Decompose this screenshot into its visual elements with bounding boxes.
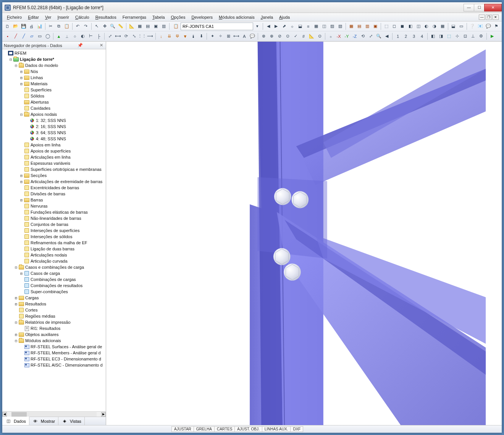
tree-seccoes[interactable]: ⊞Secções bbox=[18, 172, 106, 179]
nav-next-icon[interactable]: ▶ bbox=[273, 23, 280, 30]
zoom-window-icon[interactable]: 🔍 bbox=[375, 32, 383, 40]
status-linhas-aux[interactable]: LINHAS AUX. bbox=[262, 426, 291, 432]
help-icon[interactable]: ❔ bbox=[468, 23, 476, 30]
load-nodal-icon[interactable]: ↓ bbox=[157, 32, 165, 40]
measure2-icon[interactable]: 📐 bbox=[308, 32, 315, 40]
tree[interactable]: RFEM ⊟Ligação de torre* ⊟Dados do modelo… bbox=[2, 49, 106, 411]
menu-modulos[interactable]: Módulos adicionais bbox=[216, 14, 258, 20]
solid-icon[interactable]: ◻ bbox=[391, 23, 398, 30]
tree-nao-lin[interactable]: Não-linearidades de barras bbox=[18, 215, 106, 221]
cs-icon[interactable]: ✦ bbox=[208, 32, 216, 40]
save-file-icon[interactable]: 💾 bbox=[20, 23, 27, 30]
loadcase-combo[interactable] bbox=[181, 23, 253, 30]
status-ajust-obj[interactable]: AJUST. OBJ. bbox=[234, 426, 262, 432]
tree-materiais[interactable]: ⊞Materiais bbox=[18, 81, 106, 87]
calculate-icon[interactable]: 📐 bbox=[128, 23, 136, 30]
visibility-icon[interactable]: ▦ bbox=[347, 23, 355, 30]
grid2-icon[interactable]: ⊞ bbox=[225, 32, 232, 40]
minimize-button[interactable]: — bbox=[464, 4, 474, 11]
tree-obj-aux[interactable]: ⊞Objetos auxiliares bbox=[13, 331, 106, 338]
opening-icon[interactable]: ◯ bbox=[44, 32, 52, 40]
results-icon[interactable]: ▦ bbox=[136, 23, 144, 30]
tree-ri1[interactable]: RI1: Resultados bbox=[18, 325, 106, 331]
view-x-icon[interactable]: -X bbox=[335, 32, 342, 40]
extend-icon[interactable]: ⟶ bbox=[146, 32, 154, 40]
cube-icon[interactable]: ◫ bbox=[415, 23, 422, 30]
support-line-icon[interactable]: ⟂ bbox=[63, 32, 71, 40]
display-tables-icon[interactable]: ▭ bbox=[457, 23, 465, 30]
menu-opcoes[interactable]: Opções bbox=[168, 14, 189, 20]
node-icon[interactable]: • bbox=[4, 32, 11, 40]
model-viewport[interactable]: x y z bbox=[106, 42, 502, 425]
clip-plane-icon[interactable]: ▣ bbox=[372, 23, 379, 30]
load-member-icon[interactable]: ⟱ bbox=[173, 32, 181, 40]
options-icon[interactable]: ⚙ bbox=[477, 32, 485, 40]
split-icon[interactable]: ⊘ bbox=[276, 32, 283, 40]
comment-icon[interactable]: 💬 bbox=[249, 32, 256, 40]
check-icon[interactable]: ✓ bbox=[292, 32, 299, 40]
menu-tabela[interactable]: Tabela bbox=[149, 14, 168, 20]
pin-icon[interactable]: 📌 bbox=[76, 43, 84, 48]
contour-icon[interactable]: ◫ bbox=[320, 23, 328, 30]
tree-aberturas[interactable]: Aberturas bbox=[18, 99, 106, 105]
tree-root[interactable]: RFEM bbox=[2, 50, 106, 56]
hide-icon[interactable]: ▤ bbox=[355, 23, 363, 30]
boolean-icon[interactable]: ⊕ bbox=[268, 32, 275, 40]
division-icon[interactable]: ├ bbox=[95, 32, 103, 40]
array-icon[interactable]: ⋮⋮ bbox=[138, 32, 146, 40]
merge-icon[interactable]: ⊙ bbox=[284, 32, 291, 40]
forum-icon[interactable]: 💬 bbox=[485, 23, 492, 30]
hinge-icon[interactable]: ○ bbox=[71, 32, 79, 40]
tree-sup-orto[interactable]: Superfícies ortotrópicas e membranas bbox=[18, 166, 106, 172]
cylinder-icon[interactable]: ◑ bbox=[431, 23, 438, 30]
menu-inserir[interactable]: Inserir bbox=[54, 14, 72, 20]
tab-vistas[interactable]: ◈Vistas bbox=[58, 417, 85, 425]
snap-icon[interactable]: ⊡ bbox=[461, 32, 469, 40]
tab-mostrar[interactable]: 👁Mostrar bbox=[29, 417, 58, 425]
mdi-minimize-button[interactable]: — bbox=[479, 15, 485, 20]
paste-icon[interactable]: 📋 bbox=[63, 23, 71, 30]
tree-model[interactable]: ⊟Ligação de torre* bbox=[8, 56, 106, 62]
rotate-view-icon[interactable]: ⟲ bbox=[359, 32, 367, 40]
tree-fund-elast[interactable]: Fundações elásticas de barras bbox=[18, 209, 106, 215]
tree-conj-barras[interactable]: Conjuntos de barras bbox=[18, 221, 106, 227]
undo-icon[interactable]: ↶ bbox=[74, 23, 82, 30]
tree-superficies[interactable]: Superfícies bbox=[18, 87, 106, 93]
member-icon[interactable]: ╱ bbox=[20, 32, 27, 40]
release-icon[interactable]: ◐ bbox=[79, 32, 87, 40]
tree-inter-sup[interactable]: Interseções de superfícies bbox=[18, 227, 106, 234]
mirror-icon[interactable]: ⟷ bbox=[114, 32, 122, 40]
mdi-restore-button[interactable]: ❐ bbox=[486, 15, 492, 20]
layout-icon[interactable]: ▥ bbox=[160, 23, 168, 30]
dimension-icon[interactable]: ⟷ bbox=[233, 32, 240, 40]
zoom-all-icon[interactable]: ⤢ bbox=[367, 32, 375, 40]
load-line-icon[interactable]: ⇊ bbox=[165, 32, 173, 40]
view-2-icon[interactable]: 2 bbox=[402, 32, 410, 40]
menu-resultados[interactable]: Resultados bbox=[92, 14, 120, 20]
material-icon[interactable]: ▦ bbox=[439, 23, 446, 30]
diagram-icon[interactable]: ≡ bbox=[304, 23, 312, 30]
tree-resultados[interactable]: ⊞Resultados bbox=[13, 301, 106, 307]
menu-ficheiro[interactable]: Ficheiro bbox=[4, 14, 25, 20]
nav-first-icon[interactable]: ◀ bbox=[265, 23, 272, 30]
flag-icon[interactable]: ⚑ bbox=[493, 23, 500, 30]
workplane-icon[interactable]: ⬚ bbox=[445, 32, 453, 40]
load-surface-icon[interactable]: ▼ bbox=[181, 32, 189, 40]
tree-artic-ext[interactable]: ⊞Articulações de extremidade de barras bbox=[18, 179, 106, 185]
support-nodal-icon[interactable]: ▲ bbox=[55, 32, 63, 40]
tree-rf-surfaces[interactable]: RF-STEEL Surfaces - Análise geral de bbox=[18, 344, 106, 350]
support-icon[interactable]: 📧 bbox=[477, 23, 484, 30]
shaded-icon[interactable]: ◼ bbox=[399, 23, 406, 30]
color-scale-icon[interactable]: ▦ bbox=[312, 23, 320, 30]
open-file-icon[interactable]: 📂 bbox=[12, 23, 19, 30]
load-temp-icon[interactable]: 🌡 bbox=[189, 32, 197, 40]
maximize-button[interactable]: ☐ bbox=[474, 4, 485, 11]
menu-ajuda[interactable]: Ajuda bbox=[276, 14, 293, 20]
zoom-prev-icon[interactable]: ◀ bbox=[383, 32, 391, 40]
tree-relatorios[interactable]: ⊟Relatórios de impressão bbox=[13, 319, 106, 325]
tree-apoios-sup[interactable]: Apoios de superfícies bbox=[18, 148, 106, 154]
view-1-icon[interactable]: 1 bbox=[394, 32, 402, 40]
tab-dados[interactable]: ◫Dados bbox=[2, 417, 29, 425]
tree-casos-carga[interactable]: ⊞Casos de carga bbox=[18, 270, 106, 276]
display-navigator-icon[interactable]: ⬓ bbox=[450, 23, 457, 30]
